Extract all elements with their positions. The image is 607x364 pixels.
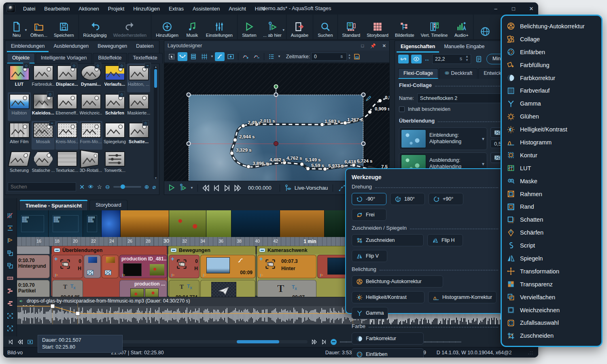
selection-handle[interactable] bbox=[187, 93, 191, 97]
toolbar-button-storyboard[interactable]: Storyboard bbox=[363, 15, 392, 39]
effects-menu-item-kontur[interactable]: Kontur bbox=[507, 149, 601, 162]
menu-hinzufügen[interactable]: Hinzufügen bbox=[129, 4, 163, 13]
left-tab-einblendungen[interactable]: Einblendungen bbox=[7, 42, 49, 52]
effects-menu-item-spiegeln[interactable]: Spiegeln bbox=[507, 252, 601, 265]
effects-menu-item-weichzeichnen[interactable]: Weichzeichnen bbox=[507, 304, 601, 317]
effects-menu-item-transformation[interactable]: Transformation bbox=[507, 265, 601, 278]
left-tab-ausblendungen[interactable]: Ausblendungen bbox=[49, 42, 93, 52]
effect-item-kaleidos-[interactable]: ☆Kaleidos... bbox=[32, 92, 55, 121]
tool-button-180-[interactable]: 180° bbox=[390, 193, 425, 205]
left-subtab-intelligente-vorlagen[interactable]: Intelligente Vorlagen bbox=[36, 53, 92, 63]
menu-datei[interactable]: Datei bbox=[19, 4, 39, 13]
chevron-down-icon[interactable]: ▼ bbox=[190, 186, 193, 190]
tool-button-frei[interactable]: Frei bbox=[352, 209, 386, 221]
curve-button[interactable] bbox=[178, 52, 187, 61]
timeline-tool-remobj[interactable] bbox=[6, 262, 14, 271]
gridic-button[interactable] bbox=[200, 52, 209, 61]
effect-item-alter-film[interactable]: Alter Film bbox=[8, 121, 31, 150]
tool-button-zuschneiden[interactable]: Zuschneiden bbox=[352, 234, 424, 246]
effect-item-ebeneneff-[interactable]: Ebeneneff... bbox=[55, 92, 79, 121]
effects-menu-item-transparenz[interactable]: Transparenz bbox=[507, 278, 601, 291]
toolbar-button-r-ckg-ngig[interactable]: Rückgängig bbox=[80, 15, 110, 39]
panel-pin-icon[interactable]: 📌 bbox=[370, 43, 376, 49]
path-time-marker[interactable]: 6,724 s bbox=[357, 159, 372, 163]
menu-extras[interactable]: Extras bbox=[165, 4, 187, 13]
timeline-tool-addobj[interactable] bbox=[6, 250, 14, 258]
play-button[interactable] bbox=[168, 184, 176, 193]
path-time-marker[interactable]: 5,59 s bbox=[311, 163, 324, 168]
effects-menu-item-sch-rfen[interactable]: Schärfen bbox=[507, 226, 601, 239]
thumbnail-size-slider[interactable] bbox=[113, 186, 141, 188]
path-time-marker[interactable]: 1,267 s bbox=[347, 117, 363, 122]
effects-menu-item-zuschneiden[interactable]: Zuschneiden bbox=[507, 329, 601, 342]
path-time-marker[interactable]: 2,944 s bbox=[239, 134, 255, 139]
effects-menu-item-farbverlauf[interactable]: Farbverlauf bbox=[507, 84, 601, 97]
effects-menu-item-schatten[interactable]: Schatten bbox=[507, 213, 601, 226]
clip-image-stack-2[interactable]: +0H bbox=[169, 255, 200, 278]
zoom-out-icon[interactable]: ⊖ bbox=[105, 184, 110, 190]
effects-menu-item-rahmen[interactable]: Rahmen bbox=[507, 188, 601, 201]
timeline-tool-bars2[interactable] bbox=[6, 300, 14, 309]
effect-item-verlaufs-[interactable]: ☆Verlaufs... bbox=[103, 63, 126, 92]
tab-manuelle-eingabe[interactable]: Manuelle Eingabe bbox=[440, 42, 488, 53]
clear-search-icon[interactable]: ✕ bbox=[79, 183, 85, 191]
effect-item-maskierte-[interactable]: Maskierte... bbox=[127, 92, 150, 121]
effects-menu-item-belichtung-autokorrektur[interactable]: Belichtung-Autokorrektur bbox=[507, 20, 601, 33]
effect-item-displace-[interactable]: ☆Displace... bbox=[55, 63, 79, 92]
timeline-tool-trackoff[interactable] bbox=[6, 212, 14, 221]
selection-handle[interactable] bbox=[274, 93, 278, 97]
tool-button-helligkeit-kontrast[interactable]: Helligkeit/Kontrast bbox=[352, 291, 424, 303]
clip-production-1[interactable]: production ID_481... bbox=[119, 255, 167, 278]
tool-button-farbkorrektur[interactable]: Farbkorrektur bbox=[352, 332, 424, 345]
path-time-marker[interactable]: 5,933 s bbox=[328, 163, 344, 168]
zoom-out-button[interactable]: − bbox=[331, 339, 337, 345]
toolbar-button-hinzuf-gen[interactable]: Hinzufügen bbox=[153, 15, 182, 39]
maximize-button[interactable]: □ bbox=[511, 6, 516, 12]
toolbar-button--ab-hier[interactable]: ... ab hier▼ bbox=[260, 15, 285, 39]
effect-item-spiegelung[interactable]: Spiegelung bbox=[103, 121, 126, 150]
duration-stepper[interactable]: ▲▼ bbox=[465, 55, 469, 62]
zeitmarke-stepper[interactable]: ▲▼ bbox=[348, 53, 351, 60]
toolbar-button-musik[interactable]: Musik bbox=[182, 15, 203, 39]
prev-chapter-icon[interactable] bbox=[17, 339, 24, 345]
tool-button-flip-v[interactable]: Flip V bbox=[352, 250, 387, 262]
skip-end-icon[interactable] bbox=[233, 184, 242, 192]
toolbar-button-suchen[interactable]: Suchen bbox=[314, 15, 336, 39]
toolbar-button-standard[interactable]: Standard bbox=[339, 15, 364, 39]
selection-handle[interactable] bbox=[187, 142, 191, 146]
effects-menu-item-vervielfachen[interactable]: Vervielfachen bbox=[507, 291, 601, 304]
left-tab-bewegungen[interactable]: Bewegungen bbox=[93, 42, 131, 52]
clip-text-2[interactable]: TTx00:04.774 bbox=[169, 280, 200, 297]
group-header-bewegungen[interactable]: Bewegungen bbox=[168, 246, 256, 254]
effect-item-schatte-[interactable]: ☆Schatte... bbox=[127, 121, 150, 150]
effects-menu-item-collage[interactable]: Collage bbox=[507, 33, 601, 46]
timeline-tool-selframe[interactable] bbox=[6, 325, 14, 334]
effect-item-mosaik[interactable]: −Mosaik bbox=[32, 121, 55, 150]
live-preview-label[interactable]: Live-Vorschau bbox=[295, 185, 328, 191]
path-time-marker[interactable]: 0,516 s bbox=[385, 95, 389, 100]
timeline-tool-filmtrack[interactable] bbox=[6, 275, 14, 284]
step-forward-icon[interactable] bbox=[223, 184, 231, 192]
toolbar-button-wiederherstellen[interactable]: Wiederherstellen bbox=[110, 15, 150, 39]
zoom-in-icon[interactable]: ⊕ bbox=[144, 184, 149, 190]
toolbar-button-neu[interactable]: Neu▼ bbox=[6, 15, 27, 39]
toolbar-button-speichern[interactable]: Speichern bbox=[51, 15, 77, 39]
effect-item-statische-[interactable]: Statische ... bbox=[32, 150, 55, 178]
toolbar-button-vert-timeline[interactable]: Vert. Timeline bbox=[418, 15, 451, 39]
selrect-button[interactable] bbox=[167, 52, 176, 61]
clip-content-checkbox[interactable] bbox=[399, 106, 405, 112]
effects-menu-item-zufallsauswahl[interactable]: Zufallsauswahl bbox=[507, 316, 601, 329]
minimize-button[interactable]: – bbox=[493, 6, 499, 12]
clip-text-1[interactable]: TTx00:04.85 bbox=[52, 280, 83, 297]
effects-menu-item-lut[interactable]: LUT bbox=[507, 162, 601, 175]
menu-projekt[interactable]: Projekt bbox=[104, 4, 128, 13]
fit-view-icon[interactable] bbox=[27, 339, 34, 345]
resize-grip[interactable]: .:: bbox=[528, 350, 533, 356]
selection-handle[interactable] bbox=[361, 142, 366, 146]
menu-ansicht[interactable]: Ansicht bbox=[225, 4, 250, 13]
skip-start-icon[interactable] bbox=[202, 184, 210, 192]
tab-storyboard[interactable]: Storyboard bbox=[89, 200, 127, 211]
timeline-tool-bars1[interactable] bbox=[6, 287, 14, 296]
toolbar-button-extra[interactable] bbox=[475, 15, 496, 39]
play-from-here-button[interactable] bbox=[179, 184, 188, 193]
